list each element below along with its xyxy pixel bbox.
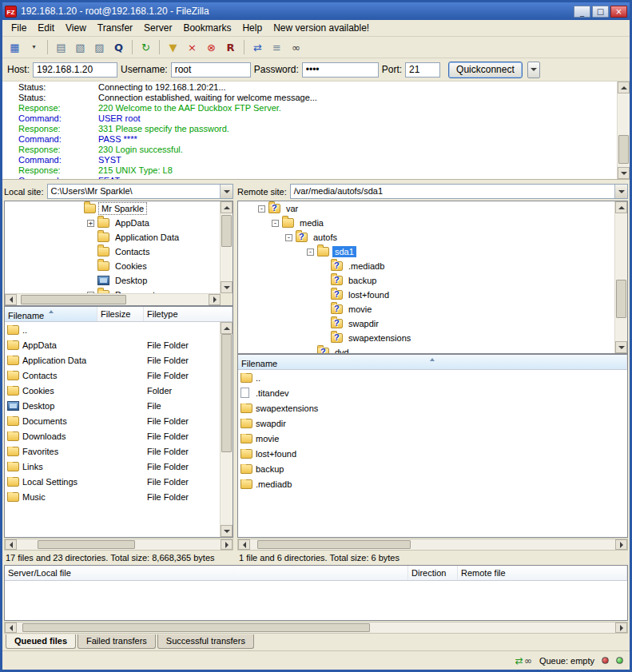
scroll-left-button[interactable] xyxy=(5,622,17,633)
scroll-left-button[interactable] xyxy=(5,539,17,550)
local-tree-vertical-scrollbar[interactable] xyxy=(220,201,233,293)
remote-tree[interactable]: - var - media - xyxy=(237,201,628,354)
sync-browsing-icon[interactable]: ⇄ xyxy=(248,38,267,56)
disconnect-icon[interactable]: ⊗ xyxy=(202,38,221,56)
tree-item[interactable]: dvd xyxy=(238,345,614,353)
menu-item[interactable]: Edit xyxy=(32,21,60,35)
file-row[interactable]: .mediadb xyxy=(238,476,627,491)
port-input[interactable] xyxy=(405,62,440,78)
minimize-button[interactable]: _ xyxy=(574,6,590,18)
scroll-thumb[interactable] xyxy=(21,295,126,304)
file-row[interactable]: AppData File Folder xyxy=(5,337,220,352)
column-header-filesize[interactable]: Filesize xyxy=(97,307,144,321)
scroll-thumb[interactable] xyxy=(221,334,232,452)
scroll-left-button[interactable] xyxy=(5,294,17,305)
column-header-filename[interactable]: Filename xyxy=(238,355,627,369)
find-status-icon[interactable]: ∞ xyxy=(524,656,532,666)
tree-item[interactable]: swapextensions xyxy=(238,331,614,345)
tree-item[interactable]: swapdir xyxy=(238,316,614,331)
password-input[interactable] xyxy=(302,62,379,78)
file-row[interactable]: .titandev xyxy=(238,385,627,400)
file-row[interactable]: .. xyxy=(5,322,220,337)
local-tree-horizontal-scrollbar[interactable] xyxy=(5,293,221,305)
tree-item[interactable]: - media xyxy=(238,216,614,230)
column-header-filename[interactable]: Filename xyxy=(5,307,97,321)
menu-item[interactable]: Transfer xyxy=(92,21,138,35)
scroll-down-button[interactable] xyxy=(618,167,630,179)
local-site-combobox[interactable]: C:\Users\Mr Sparkle\ xyxy=(47,184,233,199)
file-row[interactable]: .. xyxy=(238,370,627,385)
menu-item[interactable]: View xyxy=(60,21,92,35)
scroll-up-button[interactable] xyxy=(221,322,233,334)
scroll-up-button[interactable] xyxy=(618,82,630,93)
scroll-right-button[interactable] xyxy=(209,294,221,305)
tree-item[interactable]: movie xyxy=(238,302,614,316)
toggle-message-log-icon[interactable]: ▤ xyxy=(52,38,70,56)
username-input[interactable] xyxy=(171,62,251,78)
scroll-down-button[interactable] xyxy=(221,281,233,293)
scroll-right-button[interactable] xyxy=(221,539,233,550)
tree-item[interactable]: Cookies xyxy=(5,259,220,273)
scroll-thumb[interactable] xyxy=(616,280,626,318)
remote-site-dropdown-button[interactable] xyxy=(614,185,627,198)
tree-item[interactable]: backup xyxy=(238,273,614,288)
site-manager-icon[interactable]: ▦ xyxy=(6,38,24,56)
quickconnect-dropdown-button[interactable] xyxy=(527,62,540,78)
site-manager-dropdown-icon[interactable]: ▾ xyxy=(25,38,43,56)
message-log[interactable]: Status:Connecting to 192.168.1.20:21... … xyxy=(2,82,630,180)
find-files-icon[interactable]: ∞ xyxy=(287,38,305,56)
tree-item[interactable]: lost+found xyxy=(238,288,614,302)
tree-item[interactable]: + Documents xyxy=(5,288,220,293)
tree-expander[interactable]: + xyxy=(87,220,94,227)
tree-expander[interactable]: - xyxy=(258,205,265,213)
toggle-local-tree-icon[interactable]: ▧ xyxy=(71,38,89,56)
scroll-thumb[interactable] xyxy=(22,623,369,632)
file-row[interactable]: swapdir xyxy=(238,416,627,431)
scroll-right-button[interactable] xyxy=(615,622,627,633)
menu-item[interactable]: Bookmarks xyxy=(177,21,237,35)
scroll-thumb[interactable] xyxy=(38,540,135,549)
tree-item[interactable]: - var xyxy=(238,201,614,216)
file-row[interactable]: Links File Folder xyxy=(5,459,220,474)
file-row[interactable]: Application Data File Folder xyxy=(5,352,220,368)
tree-item[interactable]: .mediadb xyxy=(238,259,614,273)
refresh-icon[interactable]: ↻ xyxy=(137,38,155,56)
tree-item[interactable]: Contacts xyxy=(5,245,220,259)
tree-item[interactable]: - autofs xyxy=(238,230,614,245)
column-header-filetype[interactable]: Filetype xyxy=(144,307,233,321)
toggle-queue-icon[interactable]: Q xyxy=(109,38,128,56)
scroll-down-button[interactable] xyxy=(221,525,233,537)
tree-item[interactable]: Desktop xyxy=(5,273,220,288)
toggle-remote-tree-icon[interactable]: ▨ xyxy=(90,38,109,56)
maximize-button[interactable]: □ xyxy=(592,6,609,18)
file-row[interactable]: Favorites File Folder xyxy=(5,443,220,459)
scroll-right-button[interactable] xyxy=(615,539,627,550)
tab-queued-files[interactable]: Queued files xyxy=(6,634,76,649)
tree-item[interactable]: - sda1 xyxy=(238,245,614,259)
tree-item[interactable]: Mr Sparkle xyxy=(5,201,220,216)
scroll-down-button[interactable] xyxy=(615,341,627,353)
file-row[interactable]: swapextensions xyxy=(238,400,627,416)
tree-expander[interactable]: - xyxy=(272,220,279,227)
column-header-direction[interactable]: Direction xyxy=(408,566,458,580)
file-row[interactable]: Music File Folder xyxy=(5,489,220,504)
tab-failed-transfers[interactable]: Failed transfers xyxy=(78,634,156,649)
scroll-thumb[interactable] xyxy=(618,135,629,165)
scroll-up-button[interactable] xyxy=(221,201,233,213)
remote-tree-vertical-scrollbar[interactable] xyxy=(614,201,627,353)
scroll-up-button[interactable] xyxy=(615,201,627,213)
log-scrollbar[interactable] xyxy=(617,82,630,179)
scroll-thumb[interactable] xyxy=(257,540,411,549)
close-button[interactable]: × xyxy=(610,6,627,18)
tree-expander[interactable]: - xyxy=(307,249,314,256)
titlebar[interactable]: FZ 192.168.1.20 - root@192.168.1.20 - Fi… xyxy=(2,2,630,20)
file-row[interactable]: Local Settings File Folder xyxy=(5,474,220,489)
directory-comparison-icon[interactable]: ≡ xyxy=(268,38,286,56)
tab-successful-transfers[interactable]: Successful transfers xyxy=(157,634,254,649)
file-row[interactable]: backup xyxy=(238,461,627,476)
file-row[interactable]: Cookies Folder xyxy=(5,383,220,398)
cancel-icon[interactable]: × xyxy=(183,38,201,56)
file-row[interactable]: movie xyxy=(238,431,627,446)
menu-item[interactable]: Help xyxy=(237,21,268,35)
remote-file-list[interactable]: Filename .. xyxy=(237,354,628,538)
